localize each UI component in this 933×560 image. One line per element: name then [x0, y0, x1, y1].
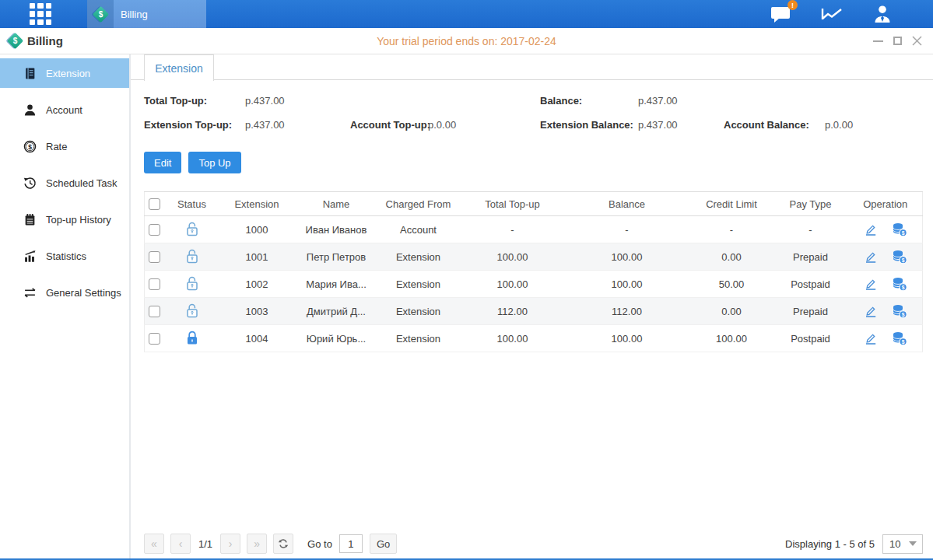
cell-charged-from: Extension	[375, 243, 462, 271]
next-page-button[interactable]: ›	[220, 534, 240, 554]
cell-pay-type: -	[773, 216, 849, 243]
column-operation: Operation	[849, 192, 923, 216]
column-balance: Balance	[563, 192, 691, 216]
summary-account-topup: Account Top-up: p.0.00	[350, 119, 430, 131]
cell-balance: -	[563, 216, 691, 243]
sidebar-item-general-settings[interactable]: General Settings	[0, 278, 129, 307]
svg-text:$: $	[901, 312, 904, 318]
minimize-button[interactable]	[873, 40, 883, 42]
top-up-row-icon[interactable]: $	[892, 249, 907, 264]
cell-name: Дмитрий Д...	[298, 298, 375, 325]
edit-row-icon[interactable]	[864, 277, 878, 291]
window-header: $ Billing Your trial period ends on: 201…	[0, 28, 933, 54]
ledger-icon	[23, 67, 37, 80]
page-size-select[interactable]: 10	[882, 534, 923, 554]
status-unlocked-icon[interactable]	[185, 303, 199, 318]
goto-input[interactable]	[339, 534, 363, 553]
row-checkbox[interactable]	[149, 333, 160, 345]
cell-name: Иван Иванов	[298, 216, 375, 243]
bar-chart-icon	[23, 250, 37, 263]
row-checkbox[interactable]	[149, 278, 160, 290]
sidebar-item-label: Scheduled Task	[46, 177, 118, 189]
column-name: Name	[298, 192, 375, 216]
svg-text:$: $	[901, 339, 904, 345]
sidebar: Extension Account $ Rate Scheduled Task	[0, 54, 131, 558]
status-unlocked-icon[interactable]	[185, 248, 199, 264]
cell-credit-limit: 50.00	[691, 271, 773, 298]
sidebar-item-label: Top-up History	[46, 214, 111, 226]
column-extension: Extension	[216, 192, 298, 216]
summary-extension-balance: Extension Balance: p.437.00	[540, 119, 633, 131]
cell-credit-limit: -	[691, 216, 773, 243]
cell-total-topup: 100.00	[462, 325, 563, 352]
cell-balance: 100.00	[563, 325, 691, 352]
cell-total-topup: 100.00	[462, 243, 563, 271]
cell-pay-type: Postpaid	[773, 325, 849, 352]
cell-pay-type: Prepaid	[773, 298, 849, 325]
tab-strip: Extension	[131, 54, 933, 80]
cell-name: Юрий Юрь...	[298, 325, 375, 352]
cell-charged-from: Extension	[375, 325, 462, 352]
table-row: 1004 Юрий Юрь... Extension 100.00 100.00…	[145, 325, 923, 352]
select-all-checkbox[interactable]	[149, 198, 160, 210]
goto-label: Go to	[307, 538, 332, 550]
page-indicator: 1/1	[198, 538, 212, 550]
top-up-row-icon[interactable]: $	[892, 303, 907, 319]
cell-extension: 1002	[216, 271, 298, 298]
status-unlocked-icon[interactable]	[185, 221, 199, 236]
table-header-row: Status Extension Name Charged From Total…	[145, 192, 923, 216]
messages-icon[interactable]: !	[770, 5, 791, 23]
status-locked-icon[interactable]	[185, 330, 199, 345]
edit-button[interactable]: Edit	[144, 152, 181, 173]
svg-text:$: $	[901, 285, 904, 291]
sidebar-item-account[interactable]: Account	[0, 95, 129, 124]
first-page-button[interactable]: «	[144, 534, 164, 554]
go-button[interactable]: Go	[370, 534, 397, 554]
sidebar-item-label: Account	[46, 104, 82, 116]
top-up-row-icon[interactable]: $	[892, 276, 907, 292]
row-checkbox[interactable]	[149, 306, 160, 317]
top-up-button[interactable]: Top Up	[188, 152, 240, 173]
cell-pay-type: Postpaid	[773, 271, 849, 298]
row-checkbox[interactable]	[149, 251, 160, 263]
edit-row-icon[interactable]	[864, 331, 878, 345]
sidebar-item-scheduled-task[interactable]: Scheduled Task	[0, 168, 129, 198]
close-button[interactable]	[912, 36, 922, 46]
svg-text:$: $	[901, 230, 904, 236]
table-row: 1000 Иван Иванов Account - - - -	[145, 216, 923, 243]
svg-text:$: $	[28, 142, 32, 150]
table-row: 1001 Петр Петров Extension 100.00 100.00…	[145, 243, 923, 271]
cell-extension: 1000	[216, 216, 298, 243]
tab-extension[interactable]: Extension	[144, 54, 214, 81]
cell-credit-limit: 0.00	[691, 298, 773, 325]
top-up-row-icon[interactable]: $	[892, 222, 907, 237]
column-credit-limit: Credit Limit	[691, 192, 773, 216]
cell-name: Петр Петров	[298, 243, 375, 271]
row-checkbox[interactable]	[149, 224, 160, 236]
window-title: $ Billing	[9, 34, 63, 47]
billing-app-tab[interactable]: $ Billing	[87, 0, 206, 28]
user-icon[interactable]	[872, 5, 893, 23]
status-unlocked-icon[interactable]	[185, 275, 199, 291]
top-up-row-icon[interactable]: $	[892, 331, 907, 346]
page-size-caret-icon	[909, 541, 917, 546]
sidebar-item-rate[interactable]: $ Rate	[0, 131, 129, 161]
column-charged-from: Charged From	[375, 192, 462, 216]
cell-name: Мария Ива...	[298, 271, 375, 298]
billing-title-icon: $	[7, 33, 23, 49]
chart-icon[interactable]	[820, 5, 844, 23]
history-clock-icon	[23, 177, 37, 190]
edit-row-icon[interactable]	[864, 250, 878, 264]
sidebar-item-statistics[interactable]: Statistics	[0, 241, 129, 271]
prev-page-button[interactable]: ‹	[170, 534, 191, 554]
edit-row-icon[interactable]	[864, 222, 878, 236]
edit-row-icon[interactable]	[864, 304, 878, 318]
refresh-button[interactable]	[273, 534, 293, 554]
last-page-button[interactable]: »	[247, 534, 267, 554]
app-grid-icon[interactable]	[30, 3, 51, 25]
cell-credit-limit: 100.00	[691, 325, 773, 352]
maximize-button[interactable]	[893, 37, 902, 45]
sidebar-item-extension[interactable]: Extension	[0, 58, 129, 88]
sidebar-item-topup-history[interactable]: Top-up History	[0, 205, 129, 234]
cell-charged-from: Extension	[375, 271, 462, 298]
